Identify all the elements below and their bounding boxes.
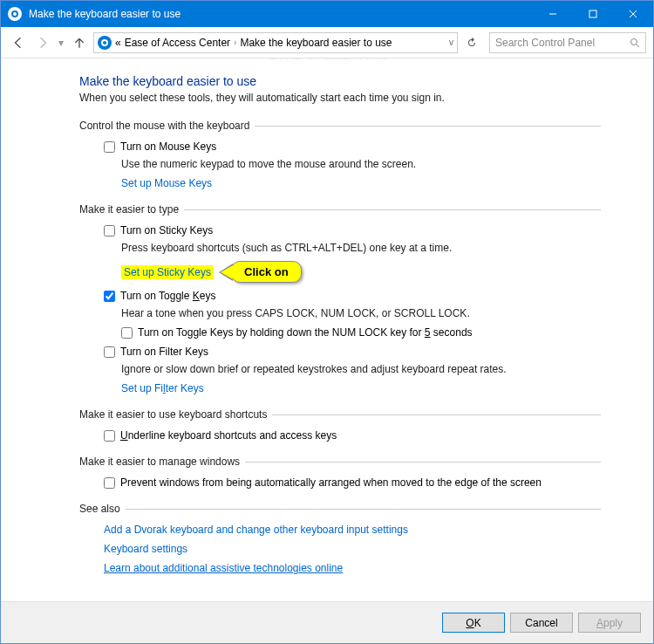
group-title: Make it easier to use keyboard shortcuts [79,408,601,421]
watermark: TenForums.com [1,58,653,61]
page-subtitle: When you select these tools, they will a… [79,92,601,104]
breadcrumb[interactable]: « Ease of Access Center › Make the keybo… [93,32,458,53]
search-placeholder: Search Control Panel [495,37,595,49]
filter-keys-desc: Ignore or slow down brief or repeated ke… [121,363,601,375]
prevent-arrange-label: Prevent windows from being automatically… [120,476,542,489]
cancel-button[interactable]: Cancel [510,613,573,633]
callout-arrow-icon [219,264,233,281]
svg-point-1 [13,12,17,16]
mouse-keys-checkbox[interactable] [104,141,115,153]
chevron-right-icon: › [234,38,236,47]
apply-button[interactable]: Apply [578,613,641,633]
underline-shortcuts-checkbox[interactable] [104,430,115,442]
breadcrumb-prefix: « [115,37,121,49]
group-type: Make it easier to type Turn on Sticky Ke… [79,203,601,394]
control-panel-window: Make the keyboard easier to use ▾ « Ease… [0,0,654,644]
group-mouse: Control the mouse with the keyboard Turn… [79,120,601,189]
refresh-button[interactable] [461,32,482,53]
underline-shortcuts-label: Underline keyboard shortcuts and access … [120,429,337,442]
group-title: Control the mouse with the keyboard [79,120,601,132]
control-panel-icon [8,7,22,21]
window-title: Make the keyboard easier to use [29,8,533,20]
close-button[interactable] [613,1,653,27]
mouse-keys-label: Turn on Mouse Keys [120,140,216,153]
group-title: Make it easier to manage windows [79,456,601,468]
ok-button[interactable]: OK [442,613,505,633]
address-dropdown-icon[interactable]: v [449,38,453,47]
titlebar: Make the keyboard easier to use [1,1,653,27]
toggle-keys-label: Turn on Toggle Keys [120,290,215,302]
setup-mouse-keys-link[interactable]: Set up Mouse Keys [121,177,212,189]
page-heading: Make the keyboard easier to use [79,74,601,88]
filter-keys-checkbox[interactable] [104,346,115,358]
location-icon [98,36,112,50]
group-title: See also [79,503,601,515]
svg-line-9 [637,45,639,47]
dialog-footer: OK Cancel Apply [1,601,653,643]
group-title: Make it easier to type [79,203,601,216]
sticky-keys-label: Turn on Sticky Keys [120,224,213,236]
minimize-button[interactable] [533,1,573,27]
content-area: TenForums.com Make the keyboard easier t… [1,58,653,601]
up-button[interactable] [69,32,90,53]
toggle-keys-desc: Hear a tone when you press CAPS LOCK, NU… [121,307,601,319]
group-seealso: See also Add a Dvorak keyboard and chang… [79,503,601,574]
sticky-keys-checkbox[interactable] [104,225,115,236]
breadcrumb-item[interactable]: Ease of Access Center [125,37,230,49]
navbar: ▾ « Ease of Access Center › Make the key… [1,27,653,58]
maximize-button[interactable] [573,1,613,27]
group-shortcuts: Make it easier to use keyboard shortcuts… [79,408,601,442]
svg-point-8 [631,38,637,45]
toggle-keys-numlock-label: Turn on Toggle Keys by holding down the … [138,326,473,339]
mouse-keys-desc: Use the numeric keypad to move the mouse… [121,158,601,170]
search-icon [630,38,640,48]
sticky-keys-desc: Press keyboard shortcuts (such as CTRL+A… [121,242,601,254]
filter-keys-label: Turn on Filter Keys [120,346,208,358]
search-input[interactable]: Search Control Panel [489,32,646,53]
svg-point-7 [103,41,106,45]
callout-annotation: Click on [219,261,302,283]
dvorak-link[interactable]: Add a Dvorak keyboard and change other k… [104,524,601,536]
callout-text: Click on [231,261,302,283]
assistive-tech-link[interactable]: Learn about additional assistive technol… [104,562,601,574]
svg-rect-3 [589,10,596,17]
toggle-keys-checkbox[interactable] [104,291,115,302]
group-windows: Make it easier to manage windows Prevent… [79,456,601,489]
setup-filter-keys-link[interactable]: Set up Filter Keys [121,382,204,394]
setup-sticky-keys-link[interactable]: Set up Sticky Keys [121,265,214,279]
prevent-arrange-checkbox[interactable] [104,477,115,489]
window-controls [533,1,653,27]
back-button[interactable] [8,32,29,53]
keyboard-settings-link[interactable]: Keyboard settings [104,543,601,555]
breadcrumb-item[interactable]: Make the keyboard easier to use [240,37,392,49]
forward-button[interactable] [32,32,53,53]
nav-dropdown-icon[interactable]: ▾ [58,37,64,49]
toggle-keys-numlock-checkbox[interactable] [121,327,133,339]
